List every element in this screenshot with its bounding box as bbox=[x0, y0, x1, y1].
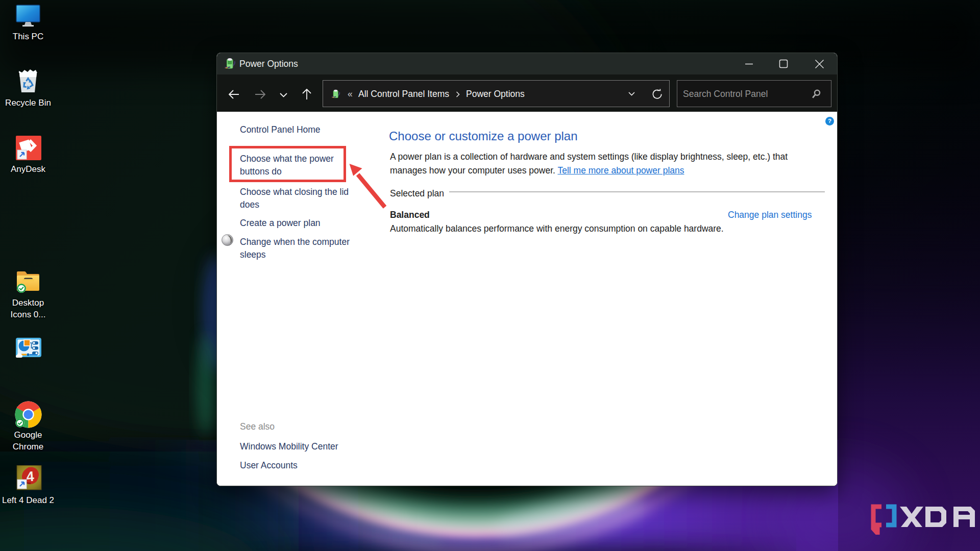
svg-text:4: 4 bbox=[26, 469, 35, 485]
